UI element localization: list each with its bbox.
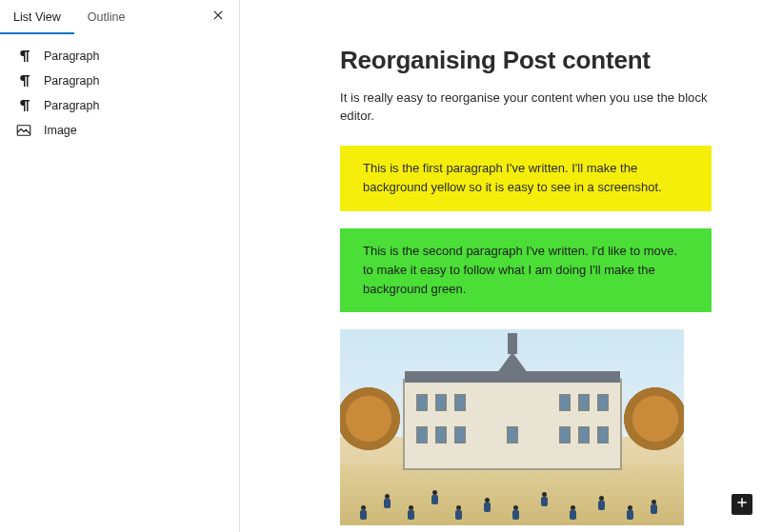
image-icon: [13, 120, 34, 141]
intro-paragraph[interactable]: It is really easy to reorganise your con…: [340, 89, 712, 125]
document: Reorganising Post content It is really e…: [340, 46, 712, 525]
paragraph-icon: [13, 46, 34, 67]
list-item-label: Paragraph: [44, 49, 99, 63]
post-title[interactable]: Reorganising Post content: [340, 46, 712, 75]
add-block-button[interactable]: [732, 494, 752, 515]
editor-canvas: Reorganising Post content It is really e…: [240, 0, 762, 532]
list-item[interactable]: Paragraph: [8, 44, 231, 69]
paragraph-block-green[interactable]: This is the second paragraph I've writte…: [340, 228, 712, 312]
list-item-label: Image: [44, 124, 77, 137]
tab-outline[interactable]: Outline: [74, 0, 139, 34]
list-item[interactable]: Paragraph: [8, 69, 231, 93]
paragraph-icon: [13, 95, 34, 116]
list-item-label: Paragraph: [44, 99, 99, 112]
close-sidebar-button[interactable]: [207, 6, 230, 29]
illustration: [340, 329, 684, 525]
block-list: Paragraph Paragraph Paragraph Image: [0, 34, 239, 152]
image-block[interactable]: [340, 329, 684, 525]
sidebar-tabs: List View Outline: [0, 0, 239, 34]
app-root: List View Outline Paragraph Paragraph: [0, 0, 762, 532]
close-icon: [211, 9, 225, 26]
list-item-label: Paragraph: [44, 74, 99, 88]
plus-icon: [735, 496, 749, 513]
list-view-sidebar: List View Outline Paragraph Paragraph: [0, 0, 240, 532]
list-item[interactable]: Paragraph: [8, 93, 231, 118]
tab-list-view[interactable]: List View: [0, 0, 74, 34]
list-item[interactable]: Image: [8, 118, 231, 143]
paragraph-icon: [13, 70, 34, 91]
paragraph-block-yellow[interactable]: This is the first paragraph I've written…: [340, 146, 712, 210]
